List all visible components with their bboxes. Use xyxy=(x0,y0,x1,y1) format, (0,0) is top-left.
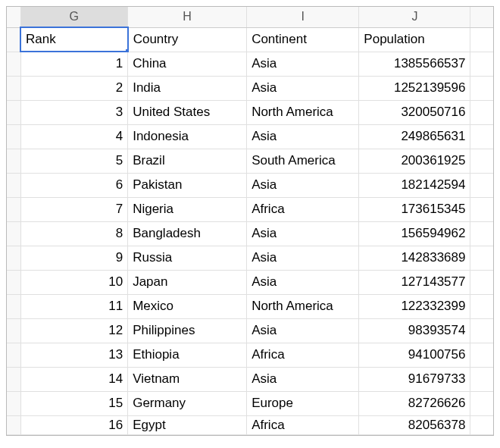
table-row: 10 Japan Asia 127143577 xyxy=(7,270,493,294)
cell-population[interactable]: 200361925 xyxy=(359,149,470,173)
cell-rank[interactable]: 12 xyxy=(20,318,128,343)
cell-continent[interactable]: Asia xyxy=(247,367,359,391)
cell-country[interactable]: Pakistan xyxy=(128,173,247,197)
cell-rank[interactable]: 3 xyxy=(20,100,128,124)
cell-continent[interactable]: Asia xyxy=(247,221,359,246)
cell-population[interactable]: 173615345 xyxy=(359,197,470,221)
column-header-h[interactable]: H xyxy=(128,7,247,27)
column-header-j[interactable]: J xyxy=(359,7,470,27)
cell-rank[interactable]: 5 xyxy=(20,149,128,173)
cell-continent[interactable]: North America xyxy=(247,100,359,124)
cell-rank[interactable]: 4 xyxy=(20,124,128,149)
row-header[interactable] xyxy=(7,76,20,100)
row-header[interactable] xyxy=(7,173,20,197)
cell-country[interactable]: Philippines xyxy=(128,318,247,343)
cell-rank[interactable]: 11 xyxy=(20,294,128,318)
table-row: 14 Vietnam Asia 91679733 xyxy=(7,367,493,391)
cell-continent[interactable]: Asia xyxy=(247,52,359,76)
cell-population[interactable]: 1252139596 xyxy=(359,76,470,100)
cell-continent[interactable]: Africa xyxy=(247,197,359,221)
cell-country-header[interactable]: Country xyxy=(128,27,247,52)
cell-country[interactable]: United States xyxy=(128,100,247,124)
row-header[interactable] xyxy=(7,100,20,124)
cell-continent[interactable]: Asia xyxy=(247,318,359,343)
cell-continent[interactable]: Africa xyxy=(247,415,359,434)
cell-population[interactable]: 1385566537 xyxy=(359,52,470,76)
row-header[interactable] xyxy=(7,343,20,367)
cell-spacer xyxy=(470,343,493,367)
cell-spacer xyxy=(470,415,493,434)
cell-population[interactable]: 91679733 xyxy=(359,367,470,391)
cell-rank[interactable]: 10 xyxy=(20,270,128,294)
cell-country[interactable]: Mexico xyxy=(128,294,247,318)
selection-handle[interactable] xyxy=(125,49,128,52)
cell-rank[interactable]: 1 xyxy=(20,52,128,76)
cell-continent[interactable]: Europe xyxy=(247,391,359,415)
cell-population[interactable]: 182142594 xyxy=(359,173,470,197)
row-header[interactable] xyxy=(7,415,20,434)
cell-continent[interactable]: Asia xyxy=(247,173,359,197)
column-header-g[interactable]: G xyxy=(20,7,128,27)
cell-population[interactable]: 94100756 xyxy=(359,343,470,367)
cell-rank[interactable]: 7 xyxy=(20,197,128,221)
cell-population[interactable]: 142833689 xyxy=(359,246,470,270)
cell-country[interactable]: China xyxy=(128,52,247,76)
cell-country[interactable]: Bangladesh xyxy=(128,221,247,246)
cell-rank[interactable]: 2 xyxy=(20,76,128,100)
select-all-corner[interactable] xyxy=(7,7,20,27)
cell-continent[interactable]: Asia xyxy=(247,76,359,100)
row-header[interactable] xyxy=(7,197,20,221)
row-header[interactable] xyxy=(7,27,20,52)
cell-rank[interactable]: 9 xyxy=(20,246,128,270)
cell-rank[interactable]: 8 xyxy=(20,221,128,246)
cell-population[interactable]: 82726626 xyxy=(359,391,470,415)
row-header[interactable] xyxy=(7,391,20,415)
cell-country[interactable]: Indonesia xyxy=(128,124,247,149)
cell-population[interactable]: 249865631 xyxy=(359,124,470,149)
cell-population[interactable]: 320050716 xyxy=(359,100,470,124)
table-row: 3 United States North America 320050716 xyxy=(7,100,493,124)
cell-country[interactable]: Vietnam xyxy=(128,367,247,391)
cell-continent[interactable]: South America xyxy=(247,149,359,173)
cell-rank-header[interactable]: Rank xyxy=(20,27,128,52)
cell-country[interactable]: Germany xyxy=(128,391,247,415)
cell-population[interactable]: 127143577 xyxy=(359,270,470,294)
cell-rank[interactable]: 14 xyxy=(20,367,128,391)
column-header-i[interactable]: I xyxy=(247,7,359,27)
cell-population[interactable]: 156594962 xyxy=(359,221,470,246)
cell-rank[interactable]: 16 xyxy=(20,415,128,434)
cell-country[interactable]: India xyxy=(128,76,247,100)
cell-population-header[interactable]: Population xyxy=(359,27,470,52)
row-header[interactable] xyxy=(7,124,20,149)
cell-continent[interactable]: Africa xyxy=(247,343,359,367)
cell-population[interactable]: 98393574 xyxy=(359,318,470,343)
cell-country[interactable]: Russia xyxy=(128,246,247,270)
cell-spacer xyxy=(470,149,493,173)
row-header[interactable] xyxy=(7,221,20,246)
cell-population[interactable]: 82056378 xyxy=(359,415,470,434)
cell-continent[interactable]: North America xyxy=(247,294,359,318)
cell-country[interactable]: Brazil xyxy=(128,149,247,173)
row-header[interactable] xyxy=(7,52,20,76)
cell-continent[interactable]: Asia xyxy=(247,124,359,149)
cell-population[interactable]: 122332399 xyxy=(359,294,470,318)
cell-country[interactable]: Egypt xyxy=(128,415,247,434)
cell-rank[interactable]: 13 xyxy=(20,343,128,367)
cell-spacer xyxy=(470,173,493,197)
row-header[interactable] xyxy=(7,318,20,343)
cell-continent[interactable]: Asia xyxy=(247,270,359,294)
cell-country[interactable]: Ethiopia xyxy=(128,343,247,367)
row-header[interactable] xyxy=(7,246,20,270)
row-header[interactable] xyxy=(7,367,20,391)
table-row: 16 Egypt Africa 82056378 xyxy=(7,415,493,434)
cell-rank[interactable]: 15 xyxy=(20,391,128,415)
cell-country[interactable]: Japan xyxy=(128,270,247,294)
cell-continent-header[interactable]: Continent xyxy=(247,27,359,52)
cell-continent[interactable]: Asia xyxy=(247,246,359,270)
cell-rank[interactable]: 6 xyxy=(20,173,128,197)
row-header[interactable] xyxy=(7,270,20,294)
row-header[interactable] xyxy=(7,149,20,173)
cell-country[interactable]: Nigeria xyxy=(128,197,247,221)
table-row: 12 Philippines Asia 98393574 xyxy=(7,318,493,343)
row-header[interactable] xyxy=(7,294,20,318)
